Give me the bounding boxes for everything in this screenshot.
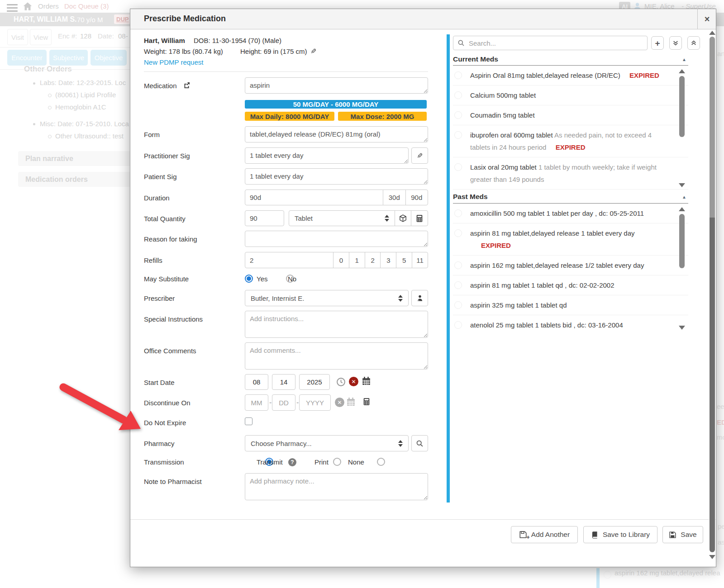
med-list-item[interactable]: ibuprofen oral 600mg tablet As needed pa… xyxy=(453,125,688,157)
external-link-icon[interactable] xyxy=(184,82,190,90)
med-list-item[interactable]: atenolol 25 mg tablet 1 tablets bid , dc… xyxy=(453,315,688,333)
help-icon[interactable]: ? xyxy=(288,458,296,466)
med-radio-icon xyxy=(454,71,462,79)
collapse-all-button[interactable] xyxy=(669,36,682,50)
pdmp-request-link[interactable]: New PDMP request xyxy=(144,58,203,66)
dc-year-input[interactable] xyxy=(299,394,331,411)
print-radio[interactable] xyxy=(333,458,341,466)
scroll-down-icon[interactable] xyxy=(679,326,685,330)
past-meds-header[interactable]: Past Meds xyxy=(453,193,488,201)
refills-input[interactable] xyxy=(245,252,333,268)
scroll-down-icon[interactable] xyxy=(679,183,685,187)
duration-90d-button[interactable]: 90d xyxy=(405,190,428,205)
med-name: amoxicillin 500 mg tablet 1 tablet per d… xyxy=(470,209,644,217)
none-radio[interactable] xyxy=(377,458,385,466)
start-day-input[interactable] xyxy=(272,374,295,390)
special-instructions-label: Special Instructions xyxy=(144,315,203,323)
patient-sig-input[interactable]: 1 tablet every day xyxy=(245,168,428,185)
pharmacy-select[interactable]: Choose Pharmacy... xyxy=(245,435,409,451)
expand-all-button[interactable] xyxy=(687,36,700,50)
collapse-caret-icon[interactable]: ▲ xyxy=(682,194,686,199)
patient-summary-dob: DOB: 11-30-1954 (70) (Male) xyxy=(194,37,281,44)
med-list-item[interactable]: aspirin 162 mg tablet,delayed release 1/… xyxy=(453,256,688,275)
close-icon[interactable]: × xyxy=(697,9,716,29)
add-another-button[interactable]: + Add Another xyxy=(511,526,578,543)
collapse-caret-icon[interactable]: ▲ xyxy=(682,57,686,62)
med-list-item[interactable]: Lasix oral 20mg tablet 1 tablet by mouth… xyxy=(453,157,688,190)
refills-5-button[interactable]: 5 xyxy=(396,252,412,268)
divider xyxy=(144,71,428,72)
print-label: Print xyxy=(314,458,329,466)
scrollbar-thumb-dark[interactable] xyxy=(710,218,715,552)
none-label: None xyxy=(348,458,364,466)
start-year-input[interactable] xyxy=(299,374,330,390)
refills-0-button[interactable]: 0 xyxy=(333,252,349,268)
reason-input[interactable] xyxy=(245,231,428,247)
scroll-down-icon[interactable] xyxy=(709,555,715,559)
doctor-icon xyxy=(416,294,424,302)
clear-discontinue-icon[interactable]: ✕ xyxy=(335,398,344,407)
calendar-icon[interactable] xyxy=(362,376,371,388)
med-list-item[interactable]: amoxicillin 500 mg tablet 1 tablet per d… xyxy=(453,204,688,223)
meds-search xyxy=(453,36,648,50)
total-quantity-input[interactable] xyxy=(245,210,284,226)
special-instructions-input[interactable] xyxy=(245,311,428,338)
refills-11-button[interactable]: 11 xyxy=(412,252,428,268)
medication-label: Medication xyxy=(144,82,177,90)
med-name: Coumadin 5mg tablet xyxy=(470,111,535,119)
scrollbar-thumb[interactable] xyxy=(710,37,715,218)
meds-search-input[interactable] xyxy=(453,36,648,50)
scroll-up-icon[interactable] xyxy=(679,207,685,211)
duration-input[interactable] xyxy=(245,190,383,205)
plus-icon: + xyxy=(655,39,660,47)
unit-select[interactable]: Tablet xyxy=(289,210,395,226)
calendar-icon-gray[interactable] xyxy=(346,397,356,408)
duration-30d-button[interactable]: 30d xyxy=(383,190,405,205)
med-list-item[interactable]: aspirin 81 mg tablet,delayed release 1 t… xyxy=(453,223,688,256)
refills-1-button[interactable]: 1 xyxy=(349,252,365,268)
refills-label: Refills xyxy=(144,256,162,264)
save-to-library-button[interactable]: Save to Library xyxy=(583,526,657,543)
pharmacy-search-button[interactable] xyxy=(411,435,428,451)
save-label: Save xyxy=(681,531,696,539)
scrollbar-thumb[interactable] xyxy=(679,214,685,268)
date-dash: - xyxy=(296,398,299,407)
form-input[interactable]: tablet,delayed release (DR/EC) 81mg (ora… xyxy=(245,126,428,142)
clear-start-date-icon[interactable]: ✕ xyxy=(349,377,358,386)
med-list-item[interactable]: aspirin 325 mg tablet 1 tablet qd xyxy=(453,295,688,315)
refills-3-button[interactable]: 3 xyxy=(380,252,396,268)
refills-quick-buttons: 0 1 2 3 5 11 xyxy=(333,252,428,268)
edit-sig-button[interactable]: ✎ xyxy=(411,147,428,164)
save-button[interactable]: Save xyxy=(662,526,703,543)
refills-2-button[interactable]: 2 xyxy=(365,252,381,268)
quantity-calculator-button[interactable] xyxy=(411,210,428,226)
med-list-item[interactable]: Coumadin 5mg tablet xyxy=(453,105,688,125)
duration-calculator-icon[interactable] xyxy=(362,398,371,408)
do-not-expire-checkbox[interactable] xyxy=(245,417,252,425)
med-list-item[interactable]: Aspirin Oral 81mg tablet,delayed release… xyxy=(453,66,688,85)
scrollbar-thumb[interactable] xyxy=(679,76,685,137)
dc-month-input[interactable] xyxy=(245,394,268,411)
add-med-button[interactable]: + xyxy=(651,36,664,50)
clock-icon[interactable] xyxy=(336,377,346,389)
med-list-item[interactable]: aspirin 81 mg tablet 1 tablet qd , dc: 0… xyxy=(453,275,688,295)
scroll-up-icon[interactable] xyxy=(679,69,685,73)
dc-day-input[interactable] xyxy=(272,394,295,411)
med-list-item[interactable]: Calcium 500mg tablet xyxy=(453,85,688,105)
prescriber-select[interactable]: Butler, Internist E. xyxy=(245,290,409,306)
current-meds-header[interactable]: Current Meds xyxy=(453,55,498,63)
start-month-input[interactable] xyxy=(245,374,268,390)
pharmacy-note-input[interactable] xyxy=(245,473,428,500)
max-daily-badge: Max Daily: 8000 MG/DAY xyxy=(245,112,334,121)
prescriber-lookup-button[interactable] xyxy=(411,290,428,306)
practitioner-sig-input[interactable]: 1 tablet every day xyxy=(245,147,409,164)
footer-divider xyxy=(130,519,716,520)
modal-scrollbar[interactable] xyxy=(709,30,715,564)
unit-package-button[interactable] xyxy=(395,210,411,226)
edit-vitals-icon[interactable]: ✎ xyxy=(310,47,316,56)
substitute-yes-radio[interactable] xyxy=(245,275,253,283)
medication-input[interactable]: aspirin xyxy=(245,77,428,94)
office-comments-input[interactable] xyxy=(245,342,428,370)
cube-icon xyxy=(399,214,407,223)
scroll-up-icon[interactable] xyxy=(709,31,715,35)
